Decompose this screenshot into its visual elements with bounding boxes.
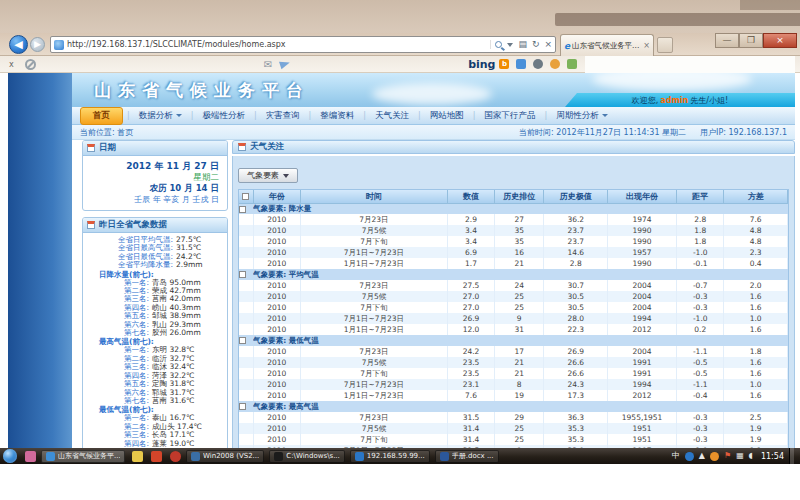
screen-bottom-margin	[0, 464, 800, 500]
search-dropdown-icon[interactable]	[507, 43, 513, 47]
taskbar-task-3[interactable]: 192.168.59.99...	[350, 450, 430, 463]
minimize-button[interactable]: —	[715, 33, 739, 48]
browser-tab[interactable]: e 山东省气候业务平... ×	[560, 34, 654, 56]
forward-button[interactable]: ▶	[30, 37, 45, 52]
nav-item-8[interactable]: 周期性分析	[547, 110, 617, 122]
addon-bar-close-icon[interactable]: x	[9, 60, 14, 69]
nav-item-0[interactable]: 首页	[80, 107, 123, 125]
table-row[interactable]: 20107月下旬3.43523.719901.84.8	[239, 236, 788, 247]
table-row[interactable]: 20107月23日2.92736.219742.87.6	[239, 214, 788, 225]
table-row[interactable]: 20101月1日~7月23日7.61917.32012-0.41.6	[239, 390, 788, 401]
mail-icon[interactable]: ✉	[264, 59, 272, 70]
pinned-app-icon[interactable]	[151, 451, 162, 462]
page-banner: 山东省气候业务平台 欢迎您, admin 先生/小姐!	[72, 73, 795, 107]
table-row[interactable]: 20107月1日~7月23日26.9928.01994-1.01.0	[239, 313, 788, 324]
table-row[interactable]: 20107月5候31.42535.31951-0.31.9	[239, 423, 788, 434]
search-icon[interactable]	[495, 41, 502, 48]
pinned-app-icon[interactable]	[25, 451, 36, 462]
element-filter-button[interactable]: 气象要素	[238, 168, 298, 183]
background-window-corner	[740, 0, 800, 10]
dice-icon[interactable]	[516, 59, 526, 69]
send-icon[interactable]	[279, 59, 291, 70]
nav-item-7[interactable]: 国家下行产品	[475, 110, 544, 122]
address-bar[interactable]: http://192.168.137.1/SLCCLIMATE/modules/…	[50, 36, 556, 53]
rank-value[interactable]: 胶州 26.0mm	[149, 329, 223, 337]
bing-tile-icon[interactable]: b	[499, 59, 509, 69]
blocked-content-icon[interactable]	[25, 59, 36, 70]
taskbar-task-4[interactable]: 手册.docx ...	[435, 450, 499, 463]
maximize-button[interactable]: ❐	[739, 33, 763, 48]
nav-item-5[interactable]: 天气关注	[366, 110, 418, 122]
table-row[interactable]: 20101月1日~7月23日12.03122.320120.21.6	[239, 324, 788, 335]
table-row[interactable]: 20107月5候27.02530.52004-0.31.6	[239, 291, 788, 302]
group-checkbox[interactable]	[239, 271, 246, 278]
table-row[interactable]: 20107月1日~7月23日23.1824.31994-1.11.0	[239, 379, 788, 390]
table-cell: 1.0	[724, 379, 788, 390]
back-button[interactable]: ◀	[9, 35, 28, 54]
leaf-icon[interactable]	[567, 59, 577, 69]
group-checkbox-cell	[239, 401, 253, 412]
network-icon[interactable]: ▦	[736, 451, 744, 461]
site-favicon	[54, 40, 64, 50]
table-cell: 2.8	[544, 258, 608, 269]
action-center-flag-icon[interactable]: ⚑	[724, 451, 731, 461]
table-cell: 31	[495, 324, 544, 335]
volume-icon[interactable]: ◖	[749, 451, 753, 461]
cloud-decoration	[372, 83, 492, 105]
weather-panel-title: 昨日全省气象数据	[99, 219, 167, 231]
nav-item-4[interactable]: 整编资料	[311, 110, 363, 122]
media-player-icon[interactable]	[170, 451, 181, 462]
table-cell: 7月下旬	[300, 434, 447, 445]
calendar-panel: 日期 2012 年 11 月 27 日 星期二 农历 10 月 14 日 壬辰 …	[82, 140, 228, 211]
new-tab-button[interactable]	[657, 37, 673, 53]
table-row[interactable]: 20101月1日~7月23日1.7212.81990-0.10.4	[239, 258, 788, 269]
start-button[interactable]	[3, 449, 17, 463]
taskbar-task-2[interactable]: C:\Windows\s...	[269, 450, 345, 463]
table-row[interactable]: 20107月23日31.52936.31955,1951-0.32.5	[239, 412, 788, 423]
nav-item-6[interactable]: 网站地图	[421, 110, 473, 122]
tray-app-icon[interactable]	[685, 452, 694, 461]
task-label: 山东省气候业务平...	[58, 451, 120, 461]
group-checkbox[interactable]	[239, 337, 246, 344]
tray-expand-icon[interactable]: ▲	[699, 451, 705, 461]
table-cell: 1.0	[724, 313, 788, 324]
table-cell: 8	[495, 379, 544, 390]
tab-close-icon[interactable]: ×	[643, 41, 650, 50]
nav-item-1[interactable]: 数据分析	[130, 110, 191, 122]
table-cell: 2010	[253, 434, 300, 445]
table-row[interactable]: 20107月下旬23.52126.61991-0.51.6	[239, 368, 788, 379]
taskbar-task-0[interactable]: 山东省气候业务平...	[41, 450, 125, 463]
paw-icon[interactable]	[550, 59, 560, 69]
table-cell: 2004	[608, 280, 677, 291]
nav-item-2[interactable]: 极端性分析	[193, 110, 254, 122]
refresh-icon[interactable]: ↻	[532, 40, 540, 49]
table-row[interactable]: 20107月5候3.43523.719901.84.8	[239, 225, 788, 236]
table-row[interactable]: 20107月1日~7月23日6.91614.61957-1.02.3	[239, 247, 788, 258]
clock[interactable]: 11:54	[761, 452, 784, 461]
bing-logo[interactable]: bing	[468, 58, 495, 71]
close-button[interactable]: ×	[763, 33, 797, 48]
table-row[interactable]: 20107月23日24.21726.92004-1.11.8	[239, 346, 788, 357]
explorer-icon[interactable]	[132, 451, 143, 462]
nav-item-3[interactable]: 灾害查询	[257, 110, 309, 122]
gear-icon[interactable]	[533, 59, 543, 69]
select-all-checkbox[interactable]	[242, 193, 249, 200]
url-text[interactable]: http://192.168.137.1/SLCCLIMATE/modules/…	[67, 40, 490, 49]
table-cell: 24.2	[447, 346, 494, 357]
table-row[interactable]: 20107月23日27.52430.72004-0.72.0	[239, 280, 788, 291]
table-cell: 1.6	[724, 390, 788, 401]
group-checkbox[interactable]	[239, 206, 246, 213]
table-cell: 1990	[608, 236, 677, 247]
taskbar-task-1[interactable]: Win2008 (VS2...	[186, 450, 264, 463]
table-row[interactable]: 20107月5候23.52126.61991-0.51.6	[239, 357, 788, 368]
show-desktop-button[interactable]	[789, 448, 794, 464]
stop-icon[interactable]: ×	[544, 40, 552, 49]
column-header-0: 年份	[253, 190, 300, 203]
table-row[interactable]: 20107月下旬31.42535.31951-0.31.9	[239, 434, 788, 445]
qq-icon[interactable]	[710, 452, 719, 461]
table-row[interactable]: 20107月下旬27.02530.52004-0.31.6	[239, 302, 788, 313]
group-checkbox[interactable]	[239, 403, 246, 410]
compatibility-view-icon[interactable]: ▤	[518, 40, 527, 49]
rank-value[interactable]: 莒南 31.6℃	[149, 397, 223, 405]
language-indicator[interactable]: 中	[672, 451, 680, 461]
